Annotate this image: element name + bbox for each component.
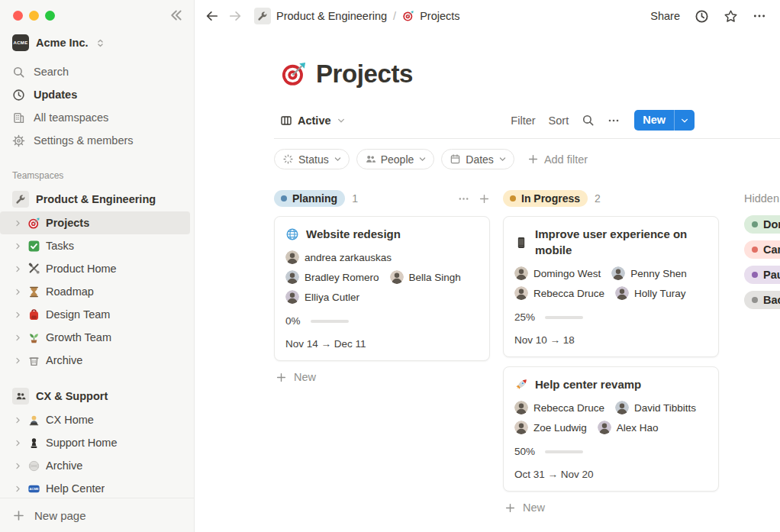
card-people: andrea zarkauskasBradley RomeroBella Sin… bbox=[285, 250, 479, 304]
sidebar-item-archive[interactable]: Archive bbox=[0, 349, 190, 372]
favorite-star-icon[interactable] bbox=[724, 9, 738, 24]
chevron-down-icon bbox=[334, 155, 342, 163]
hidden-badge-done[interactable]: Done bbox=[744, 215, 780, 234]
workspace-switcher[interactable]: ACME Acme Inc. bbox=[0, 25, 194, 57]
chevron-right-icon bbox=[14, 265, 22, 273]
person-name: Rebecca Druce bbox=[533, 402, 604, 414]
chevron-right-icon bbox=[14, 311, 22, 319]
avatar bbox=[285, 250, 299, 264]
status-dot bbox=[510, 195, 516, 202]
project-card-website-redesign[interactable]: Website redesignandrea zarkauskasBradley… bbox=[274, 216, 490, 361]
filter-chip-people[interactable]: People bbox=[356, 149, 435, 169]
column-actions bbox=[458, 193, 490, 205]
progress-bar bbox=[311, 320, 349, 323]
sidebar-item-label: Archive bbox=[46, 459, 82, 472]
sidebar-item-archive[interactable]: Archive bbox=[0, 454, 190, 477]
forward-button[interactable] bbox=[228, 9, 242, 23]
filter-chip-status[interactable]: Status bbox=[274, 149, 350, 169]
progress-label: 25% bbox=[514, 311, 535, 323]
new-button-dropdown[interactable] bbox=[674, 110, 695, 131]
card-title: Website redesign bbox=[306, 226, 401, 242]
chevron-down-icon bbox=[418, 155, 427, 163]
traffic-light-close[interactable] bbox=[13, 11, 23, 21]
column-add-icon[interactable] bbox=[479, 193, 490, 205]
sidebar-item-projects[interactable]: Projects bbox=[0, 211, 190, 234]
project-card-help-center-revamp[interactable]: Help center revampRebecca DruceDavid Tib… bbox=[503, 366, 719, 492]
hidden-badge-backlog[interactable]: Backlog bbox=[744, 291, 780, 309]
person-chip-alex-hao[interactable]: Alex Hao bbox=[598, 421, 659, 434]
new-card-button[interactable]: New bbox=[503, 501, 719, 514]
person-chip-penny-shen[interactable]: Penny Shen bbox=[611, 266, 687, 280]
sidebar-item-label: Help Center bbox=[46, 482, 105, 495]
hidden-badge-paused[interactable]: Paused bbox=[744, 266, 780, 284]
person-chip-andrea-zarkauskas[interactable]: andrea zarkauskas bbox=[285, 250, 392, 264]
page-icon[interactable] bbox=[280, 60, 308, 88]
sidebar-item-growth-team[interactable]: Growth Team bbox=[0, 326, 190, 349]
chevron-down-icon bbox=[337, 116, 346, 125]
search-icon[interactable] bbox=[582, 114, 595, 127]
teamspace-header-cx-support[interactable]: CX & Support bbox=[0, 384, 194, 408]
filter-chip-label: People bbox=[381, 153, 414, 166]
new-button[interactable]: New bbox=[634, 110, 695, 131]
project-card-improve-user-experience-on-mobile[interactable]: Improve user experience on mobileDomingo… bbox=[503, 216, 719, 357]
person-chip-bradley-romero[interactable]: Bradley Romero bbox=[285, 270, 379, 284]
status-badge-in-progress[interactable]: In Progress bbox=[503, 190, 588, 207]
sidebar-item-label: Projects bbox=[46, 217, 89, 229]
person-chip-elliya-cutler[interactable]: Elliya Cutler bbox=[285, 290, 359, 304]
person-chip-rebecca-druce[interactable]: Rebecca Druce bbox=[514, 286, 604, 300]
person-chip-david-tibbitts[interactable]: David Tibbitts bbox=[615, 401, 696, 414]
sidebar-item-support-home[interactable]: Support Home bbox=[0, 431, 190, 454]
sidebar-item-design-team[interactable]: Design Team bbox=[0, 303, 190, 326]
traffic-light-zoom[interactable] bbox=[45, 11, 55, 21]
share-button[interactable]: Share bbox=[650, 10, 680, 22]
page-title[interactable]: Projects bbox=[316, 60, 413, 89]
card-title-row: Help center revamp bbox=[514, 376, 707, 392]
back-button[interactable] bbox=[205, 9, 219, 23]
teamspace-label: Product & Engineering bbox=[36, 193, 156, 205]
filter-button[interactable]: Filter bbox=[511, 114, 535, 127]
sidebar-item-product-home[interactable]: Product Home bbox=[0, 257, 190, 280]
breadcrumb-item-product-engineering[interactable]: Product & Engineering bbox=[254, 8, 387, 24]
sidebar-item-all-teamspaces[interactable]: All teamspaces bbox=[0, 106, 194, 129]
teamspace-header-product-engineering[interactable]: Product & Engineering bbox=[0, 187, 194, 211]
card-title-row: Website redesign bbox=[285, 226, 479, 242]
sidebar-item-cx-home[interactable]: CX Home bbox=[0, 408, 190, 431]
person-chip-bella-singh[interactable]: Bella Singh bbox=[390, 270, 461, 284]
globe-icon bbox=[285, 227, 299, 242]
person-chip-rebecca-druce[interactable]: Rebecca Druce bbox=[514, 401, 604, 414]
sidebar-item-help-center[interactable]: ACMEHelp Center bbox=[0, 477, 190, 498]
sidebar-item-label: Search bbox=[34, 66, 69, 78]
more-options-icon[interactable] bbox=[753, 9, 766, 23]
person-chip-domingo-west[interactable]: Domingo West bbox=[514, 266, 601, 280]
status-dot bbox=[281, 195, 287, 202]
toolbar-more-icon[interactable] bbox=[608, 114, 620, 127]
filter-chip-dates[interactable]: Dates bbox=[441, 149, 514, 169]
card-date-range: Nov 10 → 18 bbox=[514, 334, 707, 346]
traffic-light-minimize[interactable] bbox=[29, 11, 39, 21]
sidebar-item-tasks[interactable]: Tasks bbox=[0, 234, 190, 257]
wrench-icon bbox=[15, 194, 26, 205]
sidebar-item-roadmap[interactable]: Roadmap bbox=[0, 280, 190, 303]
progress-bar bbox=[545, 316, 583, 319]
status-badge-planning[interactable]: Planning bbox=[274, 190, 345, 207]
hidden-badge-cancelled[interactable]: Cancelled bbox=[744, 240, 780, 259]
breadcrumb-item-projects[interactable]: Projects bbox=[402, 10, 459, 22]
hidden-groups-label[interactable]: Hidden groups bbox=[744, 188, 780, 209]
add-filter-button[interactable]: Add filter bbox=[527, 153, 588, 166]
column-more-icon[interactable] bbox=[458, 193, 469, 205]
new-card-button[interactable]: New bbox=[274, 371, 490, 383]
person-chip-zoe-ludwig[interactable]: Zoe Ludwig bbox=[514, 421, 587, 434]
sidebar-item-label: Design Team bbox=[46, 308, 110, 321]
status-badge-label: Planning bbox=[292, 192, 337, 205]
sidebar-item-search[interactable]: Search bbox=[0, 60, 194, 83]
sort-button[interactable]: Sort bbox=[549, 114, 569, 127]
sidebar-collapse-icon[interactable] bbox=[168, 8, 183, 23]
new-page-button[interactable]: New page bbox=[0, 498, 194, 532]
view-tab-active[interactable]: Active bbox=[280, 114, 346, 127]
sidebar-item-updates[interactable]: Updates bbox=[0, 83, 194, 106]
person-chip-holly-turay[interactable]: Holly Turay bbox=[615, 286, 686, 300]
progress-label: 50% bbox=[514, 446, 535, 457]
sidebar-item-settings-members[interactable]: Settings & members bbox=[0, 129, 194, 152]
history-clock-icon[interactable] bbox=[695, 9, 709, 24]
person-name: andrea zarkauskas bbox=[305, 252, 392, 263]
